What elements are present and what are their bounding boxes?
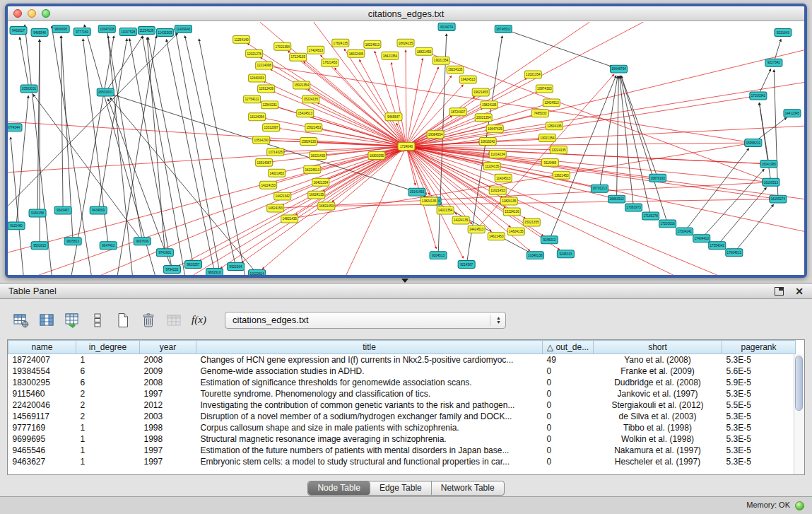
graph-node[interactable]: 19384554 [427,131,444,139]
column-header-pagerank[interactable]: pagerank [722,341,796,354]
cell-out_degree[interactable]: 0 [543,411,594,422]
table-vertical-scrollbar[interactable] [794,354,804,474]
cell-out_degree[interactable]: 0 [543,366,594,377]
graph-node[interactable]: 18224513 [364,40,381,48]
minimize-window-button[interactable] [28,9,36,18]
graph-node[interactable]: 9743601 [156,249,173,257]
graph-node[interactable]: 13914087 [256,158,273,166]
graph-node[interactable]: 15224136 [503,208,520,216]
graph-node[interactable]: 15224135 [302,95,319,103]
cell-name[interactable]: 9777169 [8,422,76,433]
graph-node[interactable]: 9115460 [8,222,25,230]
tab-edge-table[interactable]: Edge Table [370,481,432,495]
graph-node[interactable]: 13124054 [249,113,266,121]
cell-in_degree[interactable]: 6 [76,366,140,377]
graph-node[interactable]: 14021453 [269,169,286,177]
graph-node[interactable]: 9434509 [90,206,107,214]
merge-table-icon[interactable] [164,310,183,329]
graph-node[interactable]: 20021354 [475,114,492,122]
cell-title[interactable]: Genome-wide association studies in ADHD. [196,366,543,377]
graph-node[interactable]: 19021354 [433,57,449,64]
cell-pagerank[interactable]: 5.3E-5 [722,388,796,399]
graph-node[interactable]: 9921904 [228,263,245,271]
graph-node[interactable]: 11621453 [489,187,506,194]
graph-node[interactable]: 16041980 [760,160,777,168]
graph-node[interactable]: 17135278 [642,212,659,220]
cell-short[interactable]: Franke et al. (2009) [594,366,722,377]
cell-out_degree[interactable]: 0 [543,445,594,456]
cell-name[interactable]: 14569117 [8,411,76,422]
network-graph[interactable]: 9463627946554696996959777169106470081100… [8,22,804,275]
graph-node[interactable]: 14624153 [267,204,284,212]
cell-pagerank[interactable]: 5.5E-5 [722,399,796,411]
graph-node[interactable]: 12940231 [261,101,278,109]
graph-node[interactable]: 9862916 [206,269,223,275]
graph-node[interactable]: 18421354 [382,52,399,59]
graph-node[interactable]: 17604512 [726,249,743,257]
cell-short[interactable]: Hescheler et al. (1997) [594,456,722,467]
graph-node[interactable]: 16624135 [308,191,325,199]
cell-in_degree[interactable]: 1 [76,456,140,467]
graph-node[interactable]: 19224135 [447,66,464,74]
cell-name[interactable]: 9463627 [8,456,76,467]
table-row[interactable]: 2242004622012Investigating the contribut… [8,399,796,411]
cell-pagerank[interactable]: 5.9E-5 [722,377,796,388]
graph-node[interactable]: 11254140 [233,35,250,43]
cell-name[interactable]: 9699695 [8,433,76,445]
graph-node[interactable]: 8134074 [438,23,455,30]
cell-out_degree[interactable]: 0 [543,456,594,467]
graph-node[interactable]: 9774344 [8,124,22,132]
graph-node[interactable]: 12440431 [249,74,266,82]
graph-node[interactable]: 11224135 [483,162,500,170]
cell-short[interactable]: Dudbridge et al. (2008) [594,377,722,388]
table-row[interactable]: 946554611997Estimation of the future num… [8,445,796,456]
graph-node[interactable]: 9245013 [557,250,574,258]
graph-node[interactable]: 13224135 [550,146,567,154]
column-header-title[interactable]: title [196,341,543,354]
import-table-icon[interactable] [62,310,81,329]
graph-node[interactable]: 14412345 [784,110,801,117]
cell-title[interactable]: Disruption of a novel member of a sodium… [196,411,543,422]
graph-node[interactable]: 18724007 [449,108,466,116]
graph-node[interactable]: 9777169 [73,28,90,35]
cell-in_degree[interactable]: 2 [76,399,140,411]
cell-pagerank[interactable]: 5.3E-5 [722,422,796,433]
cell-pagerank[interactable]: 5.3E-5 [722,456,796,467]
cell-in_degree[interactable]: 2 [76,388,140,399]
cell-short[interactable]: Stergiakouli et al. (2012) [594,399,722,411]
cell-year[interactable]: 1998 [140,433,196,445]
graph-node[interactable]: 14824135 [507,228,524,235]
graph-node[interactable]: 9697696 [134,238,151,245]
cell-out_degree[interactable]: 0 [543,388,594,399]
cell-name[interactable]: 18300295 [8,377,76,388]
cell-year[interactable]: 1997 [140,445,196,456]
cell-name[interactable]: 19384554 [8,366,76,377]
graph-node[interactable]: 10816242 [479,138,496,146]
graph-node[interactable]: 19424513 [459,76,476,83]
graph-node[interactable]: 17404410 [693,235,710,243]
graph-node[interactable]: 17081973 [625,204,642,211]
graph-node[interactable]: 11254139 [138,26,155,34]
cell-year[interactable]: 2012 [140,399,196,411]
graph-node[interactable]: 17021354 [274,42,291,50]
graph-node[interactable]: 9647402 [100,242,117,250]
graph-node[interactable]: 12612439 [258,85,275,93]
graph-node[interactable]: 18821453 [416,47,433,55]
graph-node[interactable]: 19141453 [408,188,425,196]
graph-node[interactable]: 17424513 [307,46,324,54]
graph-node[interactable]: 9699695 [52,25,69,33]
close-window-button[interactable] [13,9,22,18]
tab-network-table[interactable]: Network Table [432,481,504,495]
graph-node[interactable]: 16821453 [318,202,335,210]
cell-title[interactable]: Corpus callosum shape and size in male p… [196,422,543,433]
graph-node[interactable]: 18624135 [397,39,414,47]
cell-short[interactable]: Nakamura et al. (1997) [594,445,722,456]
graph-node[interactable]: 17224135 [290,53,307,61]
cell-name[interactable]: 9465546 [8,445,76,456]
cell-pagerank[interactable]: 5.3E-5 [722,354,796,366]
cell-in_degree[interactable]: 1 [76,422,140,433]
graph-node[interactable]: 9150158 [29,209,46,217]
graph-node[interactable]: 11824135 [500,197,517,205]
cell-short[interactable]: Tibbo et al. (1998) [594,422,722,433]
cell-pagerank[interactable]: 5.3E-5 [722,411,796,422]
